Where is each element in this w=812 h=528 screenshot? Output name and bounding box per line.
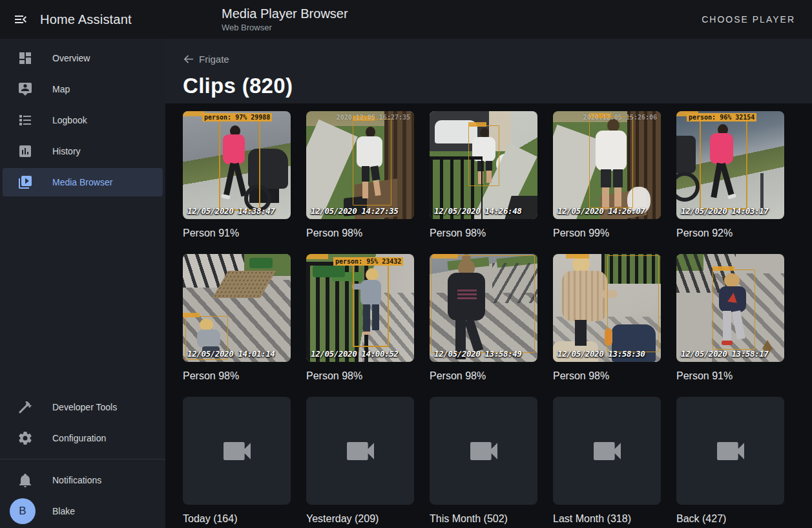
clip-caption: Person 98% <box>183 370 291 382</box>
detection-box <box>700 120 747 209</box>
sidebar-item-label: Map <box>52 84 70 94</box>
folder-item-this-month[interactable]: This Month (502) <box>430 397 537 525</box>
clip-item[interactable]: 2020.12.05 15:26:06 12/05/2020 14:26:07 … <box>553 111 661 239</box>
sidebar-item-logbook[interactable]: Logbook <box>3 106 163 134</box>
sidebar-item-map[interactable]: Map <box>3 75 163 103</box>
sidebar-item-overview[interactable]: Overview <box>3 44 163 72</box>
sidebar-item-media-browser[interactable]: Media Browser <box>3 168 163 196</box>
breadcrumb-back-link[interactable]: Frigate <box>183 54 229 65</box>
page-subtitle: Web Browser <box>222 22 348 33</box>
clip-thumbnail: 12/05/2020 14:01:14 <box>183 254 291 362</box>
detection-tag <box>183 313 200 317</box>
clip-thumbnail: person: 96% 32154 12/05/2020 14:03:17 <box>676 111 784 219</box>
folder-item-last-month[interactable]: Last Month (318) <box>553 397 661 525</box>
clip-item[interactable]: 12/05/2020 13:58:17 Person 91% <box>676 254 784 382</box>
home-assistant-app: Home Assistant Media Player Browser Web … <box>0 0 812 528</box>
choose-player-button[interactable]: CHOOSE PLAYER <box>698 0 799 39</box>
detection-label: person: 96% 32154 <box>687 113 756 121</box>
clip-caption: Person 91% <box>676 370 784 382</box>
clip-thumbnail: person: 97% 29988 12/05/2020 14:38:47 <box>183 111 291 219</box>
clips-grid-area: person: 97% 29988 12/05/2020 14:38:47 Pe… <box>165 103 812 528</box>
list-icon <box>17 112 33 128</box>
content-header: Frigate Clips (820) <box>165 39 812 103</box>
camera-osd-text: 2020.12.05 15:26:06 <box>583 114 657 121</box>
menu-open-icon <box>13 12 28 27</box>
folder-item-today[interactable]: Today (164) <box>183 397 291 525</box>
clip-item[interactable]: person: 97% 29988 12/05/2020 14:38:47 Pe… <box>183 111 291 239</box>
clip-thumbnail: 2020.12.05 15:26:06 12/05/2020 14:26:07 <box>553 111 661 219</box>
sidebar-item-label: Notifications <box>52 475 101 485</box>
sidebar-item-label: Developer Tools <box>52 402 117 412</box>
clip-item[interactable]: person: 96% 32154 12/05/2020 14:03:17 Pe… <box>676 111 784 239</box>
folder-label: Last Month (318) <box>553 512 661 525</box>
clip-caption: Person 98% <box>430 227 537 239</box>
sidebar-item-history[interactable]: History <box>3 137 163 165</box>
clip-item[interactable]: 2020.12.05 16:27:35 12/05/2020 14:27:35 … <box>306 111 414 239</box>
clip-caption: Person 98% <box>306 227 414 239</box>
account-map-icon <box>17 81 33 97</box>
clip-thumbnail: 12/05/2020 13:58:17 <box>676 254 784 362</box>
sidebar-item-developer-tools[interactable]: Developer Tools <box>3 393 163 421</box>
clip-caption: Person 98% <box>430 370 537 382</box>
video-camera-icon <box>342 433 379 469</box>
folder-label: Today (164) <box>183 512 291 525</box>
media-browser-content: Frigate Clips (820) person: 97% 29988 <box>165 39 812 528</box>
folder-label: Back (427) <box>676 512 784 525</box>
clip-caption: Person 91% <box>183 227 291 239</box>
sidebar-item-notifications[interactable]: Notifications <box>3 466 163 494</box>
video-camera-icon <box>219 433 255 469</box>
detection-box <box>353 119 391 206</box>
detection-tag <box>468 122 486 127</box>
detection-box <box>607 255 659 352</box>
sidebar-spacer <box>0 198 165 392</box>
page-heading: Clips (820) <box>183 74 812 98</box>
menu-toggle-button[interactable] <box>13 12 28 27</box>
clip-timestamp: 12/05/2020 13:58:49 <box>434 349 521 359</box>
clip-timestamp: 12/05/2020 14:27:35 <box>311 206 398 216</box>
folder-thumbnail <box>306 397 414 505</box>
clip-timestamp: 12/05/2020 13:58:17 <box>681 349 768 359</box>
detection-tag <box>713 266 734 271</box>
user-name: Blake <box>52 506 75 516</box>
folder-thumbnail <box>676 397 784 505</box>
sidebar-user-profile[interactable]: B Blake <box>3 496 163 527</box>
clip-item[interactable]: 12/05/2020 14:01:14 Person 98% <box>183 254 291 382</box>
sidebar-item-label: Media Browser <box>52 177 112 187</box>
page-title: Media Player Browser <box>222 5 348 22</box>
top-app-bar: Home Assistant Media Player Browser Web … <box>0 0 812 39</box>
detection-tag <box>183 111 205 116</box>
detection-box <box>589 116 633 208</box>
clip-thumbnail: person: 95% 23432 12/05/2020 14:00:52 <box>306 254 414 362</box>
bell-icon <box>17 472 33 488</box>
arrow-left-icon <box>183 54 194 65</box>
detection-box <box>353 263 389 347</box>
sidebar-item-configuration[interactable]: Configuration <box>3 424 163 452</box>
camera-osd-text: 2020.12.05 16:27:35 <box>337 114 410 121</box>
app-title: Home Assistant <box>40 12 132 27</box>
view-dashboard-icon <box>17 50 33 66</box>
clip-caption: Person 92% <box>676 227 784 239</box>
avatar: B <box>10 498 36 524</box>
clip-thumbnail: 12/05/2020 13:58:49 <box>430 254 537 362</box>
sidebar-item-label: Overview <box>52 53 90 63</box>
clip-item[interactable]: 12/05/2020 13:58:30 Person 98% <box>553 254 661 382</box>
clip-timestamp: 12/05/2020 13:58:30 <box>557 349 645 359</box>
clip-caption: Person 99% <box>553 227 661 239</box>
folder-item-back[interactable]: Back (427) <box>676 397 784 525</box>
sidebar-item-label: Logbook <box>52 115 87 125</box>
folder-item-yesterday[interactable]: Yesterday (209) <box>306 397 414 525</box>
detection-tag <box>306 254 328 259</box>
clip-timestamp: 12/05/2020 14:01:14 <box>187 349 275 359</box>
clip-caption: Person 98% <box>306 370 414 382</box>
clip-item[interactable]: 12/05/2020 14:26:48 Person 98% <box>430 111 537 239</box>
video-camera-icon <box>466 433 502 469</box>
clip-item[interactable]: person: 95% 23432 12/05/2020 14:00:52 Pe… <box>306 254 414 382</box>
folder-thumbnail <box>553 397 661 505</box>
gear-icon <box>17 430 33 446</box>
sidebar-item-label: History <box>52 146 81 156</box>
sidebar: Overview Map Logbook History Media Brows… <box>0 39 165 528</box>
detection-box <box>431 255 535 353</box>
clip-caption: Person 98% <box>553 370 661 382</box>
clip-item[interactable]: 12/05/2020 13:58:49 Person 98% <box>430 254 537 382</box>
folder-label: This Month (502) <box>430 512 537 525</box>
